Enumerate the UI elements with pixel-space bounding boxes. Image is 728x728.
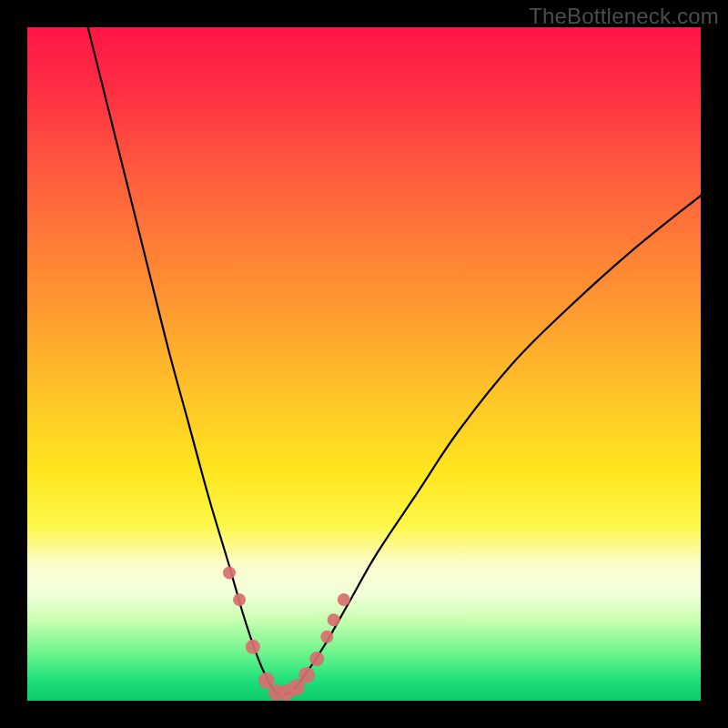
bottleneck-curve — [88, 27, 701, 694]
trough-marker — [328, 613, 340, 626]
trough-marker — [223, 566, 236, 579]
outer-frame: TheBottleneck.com — [0, 0, 728, 728]
trough-marker — [233, 593, 246, 606]
chart-svg — [27, 27, 701, 701]
watermark-text: TheBottleneck.com — [529, 4, 719, 29]
trough-marker — [298, 667, 315, 683]
trough-markers — [223, 566, 350, 701]
trough-marker — [309, 652, 324, 666]
plot-area — [27, 27, 701, 701]
trough-marker — [320, 631, 333, 643]
trough-marker — [246, 640, 260, 654]
trough-marker — [338, 593, 350, 606]
